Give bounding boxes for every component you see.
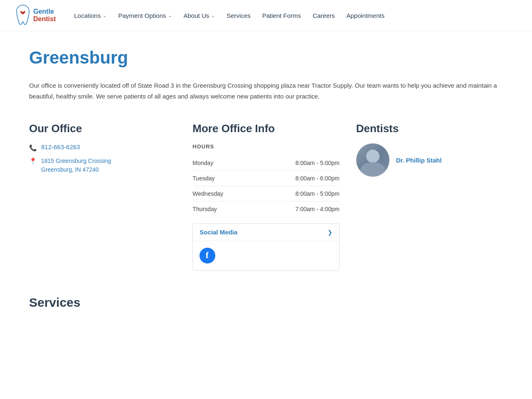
nav-item-locations[interactable]: Locations ⌄ <box>68 0 112 31</box>
hours-row: Monday8:00am - 5:00pm <box>192 155 339 171</box>
logo-link[interactable]: Gentle Dentist <box>12 3 56 28</box>
logo-text-dentist: Dentist <box>33 15 56 23</box>
nav-chevron-payment-options: ⌄ <box>168 13 172 18</box>
services-section: Services <box>29 296 503 310</box>
nav-chevron-about-us: ⌄ <box>211 13 215 18</box>
more-office-info-heading: More Office Info <box>192 122 339 135</box>
more-office-info-section: More Office Info HOURS Monday8:00am - 5:… <box>192 122 339 271</box>
facebook-icon[interactable]: f <box>200 248 215 264</box>
our-office-section: Our Office 📞 812-663-6263 📍 1815 Greensb… <box>29 122 176 271</box>
phone-icon: 📞 <box>29 144 37 152</box>
hours-row: Thursday7:00am - 4:00pm <box>192 202 339 217</box>
site-header: Gentle Dentist Locations ⌄Payment Option… <box>0 0 532 31</box>
hours-row: Wednesday8:00am - 5:00pm <box>192 186 339 202</box>
our-office-heading: Our Office <box>29 122 176 135</box>
logo-icon <box>12 3 33 28</box>
hours-time: 8:00am - 5:00pm <box>296 160 340 166</box>
dentist-card: Dr. Phillip Stahl <box>356 143 503 177</box>
social-media-label: Social Media <box>200 229 237 236</box>
hours-list: Monday8:00am - 5:00pmTuesday8:00am - 6:0… <box>192 155 339 217</box>
nav-item-careers[interactable]: Careers <box>307 0 340 31</box>
dentists-list: Dr. Phillip Stahl <box>356 143 503 177</box>
social-media-box: Social Media ❯ f <box>192 223 339 271</box>
phone-link[interactable]: 812-663-6263 <box>41 143 80 150</box>
dentists-heading: Dentists <box>356 122 503 135</box>
address-line1: 1815 Greensburg Crossing <box>41 157 111 165</box>
hours-day: Monday <box>192 160 213 166</box>
info-grid: Our Office 📞 812-663-6263 📍 1815 Greensb… <box>29 122 503 271</box>
dentist-avatar <box>356 143 389 177</box>
social-chevron-icon: ❯ <box>328 229 332 236</box>
hours-day: Wednesday <box>192 190 223 197</box>
hours-day: Thursday <box>192 206 217 212</box>
nav-chevron-locations: ⌄ <box>103 13 106 18</box>
nav-item-about-us[interactable]: About Us ⌄ <box>178 0 221 31</box>
main-content: Greensburg Our office is conveniently lo… <box>17 31 515 335</box>
location-icon: 📍 <box>29 158 37 165</box>
hours-time: 8:00am - 6:00pm <box>296 175 340 182</box>
hours-label: HOURS <box>192 143 339 150</box>
dentists-section: Dentists Dr. Phillip Stahl <box>356 122 503 271</box>
nav-item-patient-forms[interactable]: Patient Forms <box>256 0 307 31</box>
dentist-name[interactable]: Dr. Phillip Stahl <box>396 157 442 164</box>
office-description: Our office is conveniently located off o… <box>29 80 499 101</box>
address-line2: Greensburg, IN 47240 <box>41 165 111 174</box>
phone-contact: 📞 812-663-6263 <box>29 143 176 152</box>
main-nav: Locations ⌄Payment Options ⌄About Us ⌄Se… <box>68 0 520 31</box>
social-media-toggle[interactable]: Social Media ❯ <box>193 224 339 241</box>
hours-time: 8:00am - 5:00pm <box>296 190 340 197</box>
nav-item-services[interactable]: Services <box>221 0 256 31</box>
logo-text-gentle: Gentle <box>33 8 56 15</box>
address-block: 1815 Greensburg Crossing Greensburg, IN … <box>41 157 111 174</box>
hours-day: Tuesday <box>192 175 214 182</box>
nav-item-appointments[interactable]: Appointments <box>340 0 390 31</box>
services-heading: Services <box>29 296 503 310</box>
address-contact: 📍 1815 Greensburg Crossing Greensburg, I… <box>29 157 176 174</box>
page-title: Greensburg <box>29 48 503 68</box>
nav-item-payment-options[interactable]: Payment Options ⌄ <box>112 0 177 31</box>
hours-row: Tuesday8:00am - 6:00pm <box>192 171 339 186</box>
social-media-body: f <box>193 241 339 270</box>
hours-time: 7:00am - 4:00pm <box>296 206 340 212</box>
